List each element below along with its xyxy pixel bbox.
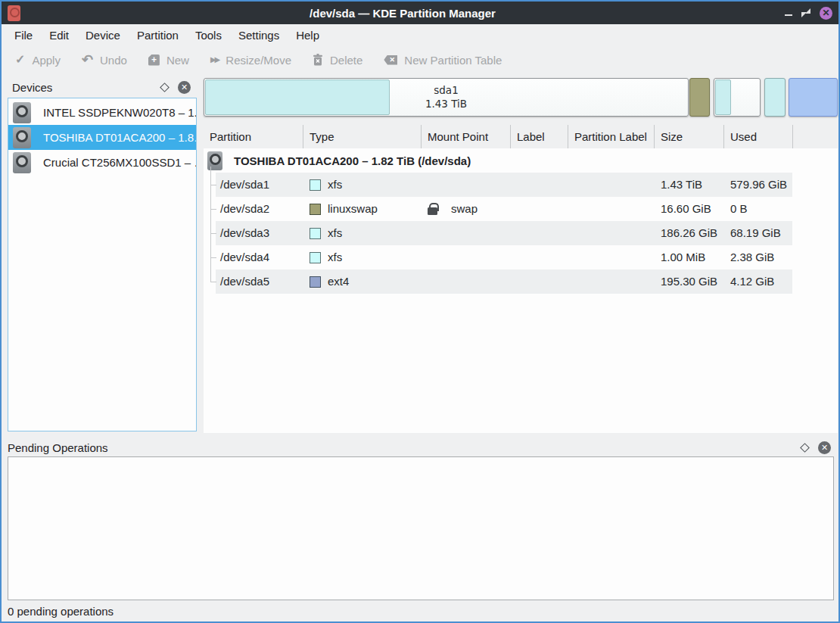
pending-operations-title: Pending Operations	[8, 441, 792, 454]
size-cell: 186.26 GiB	[655, 221, 724, 245]
device-group-label: TOSHIBA DT01ACA200 – 1.82 TiB (/dev/sda)	[234, 154, 471, 167]
mount-point-cell	[422, 269, 511, 294]
size-cell: 195.30 GiB	[655, 269, 724, 294]
new-partition-table-icon: ✕	[384, 55, 397, 65]
type-cell: xfs	[328, 173, 342, 197]
filesystem-color-swatch	[310, 252, 321, 263]
type-cell: xfs	[328, 245, 342, 269]
column-header-used[interactable]: Used	[724, 125, 793, 148]
partition-segment-sda3[interactable]	[714, 78, 761, 117]
menu-partition[interactable]: Partition	[129, 26, 187, 45]
partition-bar: sda1 1.43 TiB	[204, 76, 838, 119]
used-cell: 2.38 GiB	[724, 245, 793, 269]
hard-disk-icon	[13, 127, 31, 148]
pending-operations-list	[8, 456, 834, 600]
size-cell: 16.60 GiB	[655, 197, 724, 221]
close-panel-icon[interactable]: ✕	[178, 81, 191, 94]
partition-cell: /dev/sda3	[204, 221, 303, 245]
partition-label-cell	[568, 221, 655, 245]
partition-label-cell	[568, 173, 655, 197]
close-panel-icon[interactable]: ✕	[818, 441, 831, 454]
mount-point-cell	[422, 245, 511, 269]
new-partition-icon: +	[148, 55, 160, 66]
partition-segment-sda2[interactable]	[689, 78, 710, 117]
table-row-sda4[interactable]: /dev/sda4 xfs 1.00 MiB 2.38 GiB	[204, 245, 838, 269]
size-cell: 1.43 TiB	[655, 173, 724, 197]
partition-label-cell	[568, 269, 655, 294]
label-cell	[511, 197, 568, 221]
size-cell: 1.00 MiB	[655, 245, 724, 269]
mount-point-cell	[422, 173, 511, 197]
type-cell: ext4	[328, 269, 349, 294]
partition-segment-sda5[interactable]	[789, 78, 838, 117]
menu-tools[interactable]: Tools	[187, 26, 230, 45]
partition-label-cell	[568, 245, 655, 269]
menu-edit[interactable]: Edit	[41, 26, 77, 45]
new-button[interactable]: + New	[148, 54, 189, 67]
column-header-size[interactable]: Size	[655, 125, 724, 148]
undo-button[interactable]: ↶ Undo	[82, 53, 127, 67]
pending-operations-header: Pending Operations ✕	[2, 439, 838, 456]
partition-segment-sda1[interactable]: sda1 1.43 TiB	[204, 78, 689, 117]
apply-check-icon: ✓	[15, 54, 25, 66]
filesystem-color-swatch	[310, 228, 321, 239]
device-item-crucial[interactable]: Crucial CT256MX100SSD1 – …	[8, 150, 196, 175]
hard-disk-icon	[207, 151, 222, 170]
new-partition-table-button[interactable]: ✕ New Partition Table	[384, 54, 502, 67]
devices-panel-header: Devices ✕	[6, 77, 198, 97]
delete-button[interactable]: Delete	[313, 54, 362, 67]
partition-cell: /dev/sda5	[204, 269, 303, 294]
lock-icon	[428, 207, 437, 215]
filesystem-color-swatch	[310, 204, 321, 215]
column-header-partition[interactable]: Partition	[204, 125, 303, 148]
close-icon[interactable]: ✕	[820, 7, 832, 20]
app-icon	[8, 5, 20, 21]
device-group-row[interactable]: TOSHIBA DT01ACA200 – 1.82 TiB (/dev/sda)	[204, 148, 838, 173]
table-header: Partition Type Mount Point Label Partiti…	[204, 125, 838, 148]
type-cell: xfs	[328, 221, 342, 245]
mount-point-cell	[422, 221, 511, 245]
delete-trash-icon	[313, 54, 323, 66]
pending-operations-count: 0 pending operations	[8, 605, 114, 618]
menu-help[interactable]: Help	[288, 26, 328, 45]
apply-button[interactable]: ✓ Apply	[15, 54, 61, 67]
column-header-mount-point[interactable]: Mount Point	[422, 125, 511, 148]
menu-device[interactable]: Device	[77, 26, 129, 45]
label-cell	[511, 245, 568, 269]
partition-table: Partition Type Mount Point Label Partiti…	[204, 125, 838, 433]
filesystem-color-swatch	[310, 276, 321, 288]
partition-segment-sda4[interactable]	[764, 78, 786, 117]
resize-move-icon: ▶▶	[210, 56, 219, 64]
resize-move-button[interactable]: ▶▶ Resize/Move	[210, 54, 291, 67]
device-item-intel[interactable]: INTEL SSDPEKNW020T8 – 1.…	[8, 100, 196, 125]
kde-partition-manager-window: /dev/sda — KDE Partition Manager ✕ File …	[0, 0, 840, 623]
type-cell: linuxswap	[328, 197, 378, 221]
table-row-sda2[interactable]: /dev/sda2 linuxswap swap 16.60 GiB 0 B	[204, 197, 838, 221]
used-cell: 4.12 GiB	[724, 269, 793, 294]
table-row-sda3[interactable]: /dev/sda3 xfs 186.26 GiB 68.19 GiB	[204, 221, 838, 245]
toolbar: ✓ Apply ↶ Undo + New ▶▶ Resize/Move Dele…	[2, 45, 838, 74]
float-panel-icon[interactable]	[160, 83, 170, 92]
column-header-partition-label[interactable]: Partition Label	[568, 125, 655, 148]
minimize-icon[interactable]	[785, 14, 792, 16]
column-header-filler	[793, 125, 838, 148]
device-item-toshiba[interactable]: TOSHIBA DT01ACA200 – 1.8…	[8, 125, 196, 150]
menu-settings[interactable]: Settings	[230, 26, 288, 45]
filesystem-color-swatch	[310, 179, 321, 191]
menubar: File Edit Device Partition Tools Setting…	[2, 24, 838, 45]
devices-panel-title: Devices	[12, 81, 151, 94]
partition-cell: /dev/sda1	[204, 173, 303, 197]
maximize-icon[interactable]	[801, 8, 810, 17]
column-header-label[interactable]: Label	[511, 125, 568, 148]
hard-disk-icon	[13, 152, 31, 173]
used-cell: 579.96 GiB	[724, 173, 793, 197]
column-header-type[interactable]: Type	[303, 125, 422, 148]
titlebar[interactable]: /dev/sda — KDE Partition Manager ✕	[2, 2, 838, 24]
menu-file[interactable]: File	[6, 26, 41, 45]
float-panel-icon[interactable]	[800, 443, 810, 453]
hard-disk-icon	[13, 102, 31, 123]
used-space-fill	[715, 79, 731, 115]
table-row-sda1[interactable]: /dev/sda1 xfs 1.43 TiB 579.96 GiB	[204, 173, 838, 197]
table-row-sda5[interactable]: /dev/sda5 ext4 195.30 GiB 4.12 GiB	[204, 269, 838, 294]
undo-arrow-icon: ↶	[82, 53, 93, 67]
